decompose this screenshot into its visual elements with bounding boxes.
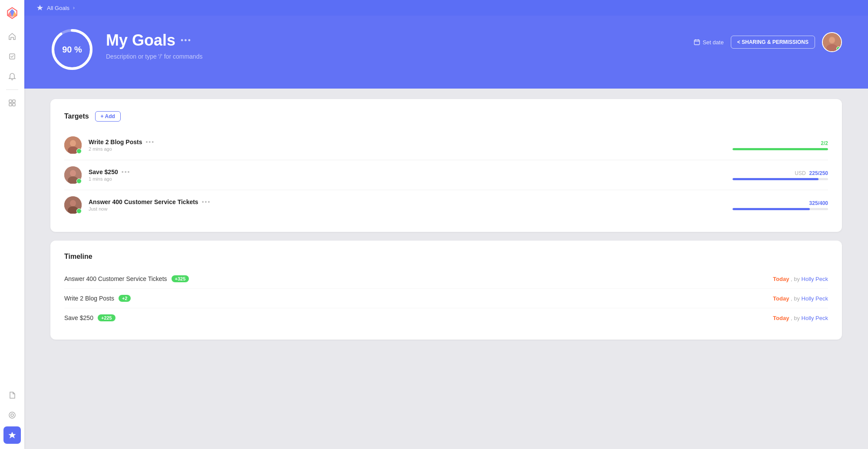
timeline-by-1: , by	[791, 276, 802, 282]
targets-card: Targets + Add Write 2 Blog Posts •••	[50, 99, 842, 232]
targets-title: Targets	[64, 112, 89, 120]
timeline-date-1: Today	[773, 276, 789, 282]
target-time-2: 1 mins ago	[89, 176, 726, 182]
timeline-item-1: Answer 400 Customer Service Tickets +325…	[64, 269, 828, 289]
timeline-title: Timeline	[64, 253, 828, 261]
target-item-3: Answer 400 Customer Service Tickets ••• …	[64, 190, 828, 220]
user-avatar[interactable]	[822, 32, 842, 52]
target-info-3: Answer 400 Customer Service Tickets ••• …	[89, 198, 726, 211]
timeline-badge-1: +325	[172, 275, 189, 282]
target-avatar-2	[64, 166, 82, 184]
app-logo[interactable]	[4, 5, 20, 21]
sidebar-item-tasks[interactable]	[3, 48, 21, 65]
svg-point-12	[826, 44, 838, 52]
progress-bar-bg-2	[733, 178, 828, 180]
sidebar-item-home[interactable]	[3, 28, 21, 45]
target-info-2: Save $250 ••• 1 mins ago	[89, 168, 726, 182]
svg-point-6	[11, 414, 13, 416]
target-name-2: Save $250	[89, 168, 118, 175]
sidebar-item-dashboard[interactable]	[3, 94, 21, 112]
timeline-card: Timeline Answer 400 Customer Service Tic…	[50, 241, 842, 340]
target-menu-button-1[interactable]: •••	[145, 139, 155, 145]
trophy-icon	[36, 4, 43, 11]
breadcrumb-label[interactable]: All Goals	[47, 5, 69, 11]
target-menu-button-3[interactable]: •••	[202, 198, 211, 205]
target-progress-1: 2/2	[733, 140, 828, 150]
avatar-online-indicator	[836, 46, 841, 51]
sidebar-item-docs[interactable]	[3, 386, 21, 404]
goal-title: My Goals	[106, 31, 175, 50]
breadcrumb-bar: All Goals ›	[24, 0, 868, 16]
timeline-by-3: , by	[791, 315, 802, 321]
sharing-permissions-button[interactable]: < SHARING & PERMISSIONS	[731, 36, 815, 49]
progress-bar-fill-1	[733, 148, 828, 150]
target-menu-button-2[interactable]: •••	[122, 168, 131, 175]
target-progress-2: USD 225/250	[733, 170, 828, 180]
svg-rect-1	[9, 100, 12, 102]
timeline-author-3[interactable]: Holly Peck	[802, 315, 828, 321]
breadcrumb-chevron-icon: ›	[73, 5, 75, 11]
timeline-meta-2: Today , by Holly Peck	[773, 295, 828, 302]
progress-circle: 90 %	[50, 28, 94, 71]
progress-bar-fill-2	[733, 178, 818, 180]
sidebar-item-notifications[interactable]	[3, 68, 21, 85]
timeline-badge-2: +2	[119, 295, 131, 302]
progress-bar-bg-3	[733, 208, 828, 210]
timeline-label-3: Save $250	[64, 314, 93, 321]
set-date-button[interactable]: Set date	[694, 39, 723, 46]
svg-rect-4	[13, 103, 15, 106]
timeline-by-2: , by	[791, 295, 802, 302]
header-section: 90 % My Goals ••• Description or type '/…	[24, 16, 868, 89]
content-area: Targets + Add Write 2 Blog Posts •••	[24, 89, 868, 449]
target-item: Write 2 Blog Posts ••• 2 mins ago 2/2	[64, 130, 828, 160]
target-fraction-2: 225/250	[809, 170, 828, 176]
timeline-item-2: Write 2 Blog Posts +2 Today , by Holly P…	[64, 289, 828, 308]
target-name-3: Answer 400 Customer Service Tickets	[89, 198, 198, 205]
target-progress-3: 325/400	[733, 200, 828, 210]
timeline-label-1: Answer 400 Customer Service Tickets	[64, 275, 167, 282]
target-info-1: Write 2 Blog Posts ••• 2 mins ago	[89, 139, 726, 152]
target-online-dot-3	[76, 208, 82, 214]
target-fraction-1: 2/2	[821, 140, 828, 146]
svg-point-21	[70, 200, 76, 207]
goal-title-area: My Goals ••• Description or type '/' for…	[106, 28, 682, 60]
target-fraction-3: 325/400	[809, 200, 828, 206]
target-currency-2: USD	[795, 170, 805, 176]
timeline-author-1[interactable]: Holly Peck	[802, 276, 828, 282]
target-item-2: Save $250 ••• 1 mins ago USD 225/250	[64, 160, 828, 190]
timeline-meta-1: Today , by Holly Peck	[773, 276, 828, 282]
goal-menu-button[interactable]: •••	[181, 36, 191, 45]
header-actions: Set date < SHARING & PERMISSIONS	[694, 28, 842, 52]
sidebar	[0, 0, 24, 449]
target-avatar-1	[64, 136, 82, 154]
progress-label: 90 %	[62, 45, 82, 55]
svg-point-13	[829, 37, 835, 43]
progress-bar-fill-3	[733, 208, 810, 210]
sidebar-divider	[6, 89, 18, 90]
main-content: All Goals › 90 % My Goals ••• Descriptio…	[24, 0, 868, 449]
target-online-dot-1	[76, 149, 82, 154]
targets-header: Targets + Add	[64, 111, 828, 122]
goal-description[interactable]: Description or type '/' for commands	[106, 53, 682, 60]
svg-point-18	[70, 170, 76, 177]
timeline-author-2[interactable]: Holly Peck	[802, 295, 828, 302]
target-time-3: Just now	[89, 206, 726, 211]
timeline-text-2: Write 2 Blog Posts +2	[64, 295, 773, 302]
timeline-date-3: Today	[773, 315, 789, 321]
progress-bar-bg-1	[733, 148, 828, 150]
calendar-icon	[694, 39, 700, 45]
target-name-1: Write 2 Blog Posts	[89, 139, 142, 145]
target-time-1: 2 mins ago	[89, 146, 726, 152]
svg-rect-2	[13, 100, 15, 102]
sidebar-item-goals[interactable]	[3, 426, 21, 444]
sidebar-item-pulse[interactable]	[3, 406, 21, 424]
svg-rect-3	[9, 103, 12, 106]
svg-point-15	[70, 140, 76, 147]
target-online-dot-2	[76, 178, 82, 184]
svg-rect-9	[694, 40, 700, 45]
target-avatar-3	[64, 196, 82, 214]
timeline-label-2: Write 2 Blog Posts	[64, 295, 114, 302]
timeline-item-3: Save $250 +225 Today , by Holly Peck	[64, 308, 828, 327]
add-target-button[interactable]: + Add	[95, 111, 121, 122]
set-date-label: Set date	[703, 39, 723, 46]
